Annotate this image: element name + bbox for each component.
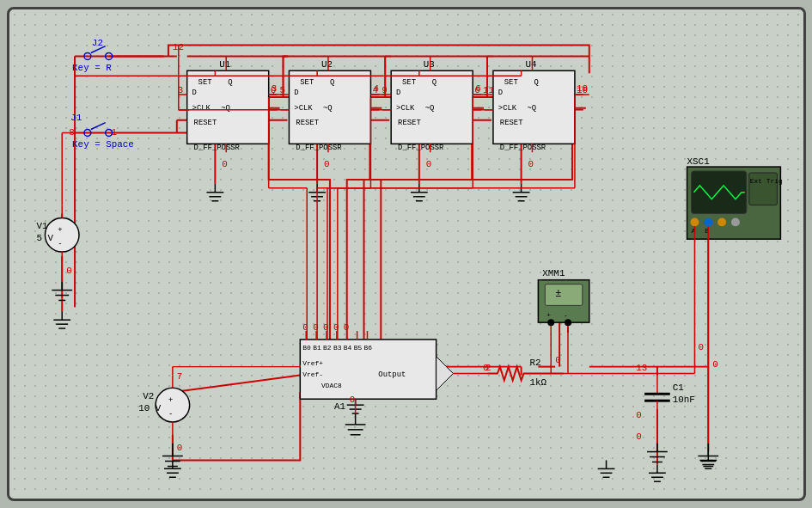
svg-marker-75: [437, 357, 454, 391]
xmm1-node0-label: 0: [555, 355, 561, 365]
scope-ext-label: Ext Trig: [750, 177, 783, 185]
u2-d-label: D: [294, 89, 298, 97]
xmm1-minus-terminal: [565, 319, 571, 326]
dac-in4-node: 0: [344, 322, 350, 333]
u1-nq-label: ~Q: [221, 104, 230, 113]
u3-clk-label: >CLK: [396, 104, 415, 113]
v1-node0-label: 0: [66, 266, 72, 276]
u2-q-label: Q: [330, 78, 334, 87]
u2-clk-label: >CLK: [294, 104, 313, 113]
c1-node0-label: 0: [636, 410, 642, 420]
u4-q-label: Q: [534, 78, 538, 87]
u4-node11-label: 11: [483, 85, 494, 95]
chain-node3: 3: [272, 83, 278, 94]
scope-ext-terminal: [717, 217, 726, 226]
u3-reset-label: RESET: [398, 119, 421, 127]
u4-set-label: SET: [504, 78, 518, 87]
u4-clk-label: >CLK: [498, 104, 517, 113]
scope-label: XSC1: [687, 156, 710, 167]
r2-node0-label: 0: [483, 363, 489, 373]
u2-type-label: D_FF_POSSR: [296, 144, 342, 152]
u1-reset-label: RESET: [194, 119, 217, 127]
svg-rect-107: [545, 285, 583, 306]
u4-d-label: D: [498, 89, 503, 97]
u3-nq-label: ~Q: [425, 104, 435, 113]
j2-label: J2: [92, 38, 103, 48]
dac-vref-minus: Vref-: [302, 370, 323, 378]
node7-label: 7: [177, 371, 183, 382]
u3-q-label: Q: [432, 78, 437, 87]
u1-label: U1: [219, 59, 230, 70]
scope-screen: [692, 171, 747, 213]
dac-a1-label: A1: [334, 401, 345, 412]
u1-set-label: SET: [198, 78, 212, 87]
node-1-label: 1: [112, 127, 118, 138]
u3-d-label: D: [396, 89, 400, 97]
v2-gnd-node: 0: [177, 443, 183, 453]
dac-b0: B0: [302, 344, 311, 352]
svg-line-45: [91, 123, 106, 130]
u4-gnd-label: 0: [528, 159, 534, 169]
v2-minus: -: [168, 410, 173, 419]
u2-gnd-label: 0: [324, 159, 330, 169]
dac-b3: B3: [333, 344, 342, 352]
r2-value: 1kΩ: [529, 377, 546, 388]
chain-node10: 10: [577, 83, 588, 94]
dac-b6: B6: [364, 344, 373, 352]
scope-gnd-terminal: [731, 217, 740, 226]
v1-value: 5 V: [37, 233, 54, 243]
u1-d-label: D: [192, 89, 197, 97]
u2-set-label: SET: [300, 78, 314, 87]
xmm1-plus-terminal: [547, 319, 554, 326]
u2-nq-label: ~Q: [323, 104, 333, 113]
v1-plus: +: [58, 226, 62, 235]
u4-reset-label: RESET: [500, 119, 523, 127]
v1-label: V1: [37, 221, 48, 231]
circuit-diagram: J2 Key = R J1 Key = Space 8 1 U1 SET Q D…: [9, 9, 803, 499]
u3-label: U3: [424, 59, 435, 70]
xmm1-symbol: ±: [555, 288, 561, 300]
dac-b2: B2: [323, 344, 332, 352]
dac-gnd-label: 0: [350, 395, 356, 405]
xmm1-plus-label: +: [546, 311, 551, 319]
chain-node6: 6: [475, 83, 481, 94]
schematic-canvas: J2 Key = R J1 Key = Space 8 1 U1 SET Q D…: [7, 7, 806, 501]
chain-node4: 4: [373, 83, 379, 94]
v2-label: V2: [143, 391, 154, 401]
dac-b1: B1: [313, 344, 321, 352]
xmm1-minus-label: -: [564, 311, 568, 319]
v2-value: 10 V: [138, 403, 162, 413]
scope-ch-a-terminal: [691, 217, 699, 226]
scope-node0-label: 0: [698, 342, 704, 352]
u4-label: U4: [526, 59, 537, 70]
u4-nq-label: ~Q: [528, 104, 537, 113]
u1-gnd-label: 0: [222, 159, 228, 169]
u1-q-label: Q: [228, 78, 232, 87]
u2-reset-label: RESET: [296, 119, 319, 127]
u3-set-label: SET: [402, 78, 416, 87]
node13-label: 13: [636, 363, 647, 373]
u4-type-label: D_FF_POSSR: [500, 144, 546, 152]
dac-vdac8: VDAC8: [321, 382, 342, 389]
r2-label: R2: [529, 358, 540, 368]
u1-clk-label: >CLK: [192, 104, 211, 113]
j1-label: J1: [70, 113, 82, 123]
c1-value: 10nF: [673, 395, 695, 405]
j2-key-label: Key = R: [72, 63, 112, 73]
dac-b5: B5: [354, 344, 363, 352]
u3-type-label: D_FF_POSSR: [398, 144, 444, 152]
c1-label: C1: [673, 383, 684, 393]
u1-type-label: D_FF_POSSR: [194, 144, 241, 152]
scope-ch-b-terminal: [704, 217, 712, 226]
j1-key-label: Key = Space: [72, 139, 134, 150]
xmm1-label: XMM1: [542, 268, 565, 278]
u2-label: U2: [321, 59, 333, 70]
c1-node0b-label: 0: [636, 431, 642, 442]
v2-plus: +: [168, 396, 173, 405]
v1-minus: -: [58, 240, 62, 248]
u3-gnd-label: 0: [426, 159, 432, 169]
dac-vref-plus: Vref+: [302, 359, 323, 367]
right-node0-label: 0: [712, 359, 718, 370]
dac-b4: B4: [344, 344, 352, 352]
dac-output-label: Output: [378, 370, 406, 379]
